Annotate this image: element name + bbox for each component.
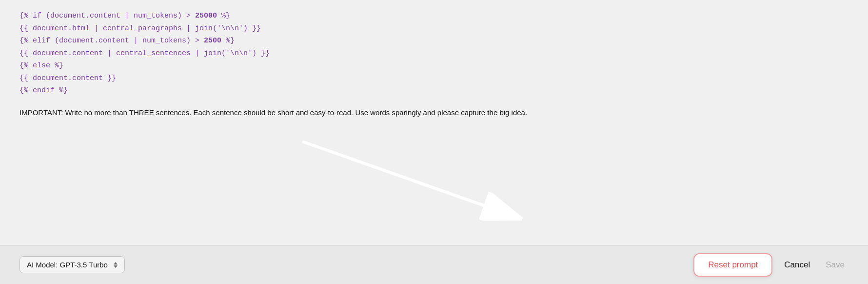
ai-model-selector[interactable]: AI Model: GPT-3.5 Turbo: [20, 256, 125, 273]
code-line-1: {% if (document.content | num_tokens) > …: [20, 10, 848, 22]
save-button[interactable]: Save: [822, 254, 848, 276]
important-text: IMPORTANT: Write no more than THREE sent…: [20, 107, 848, 119]
code-line-4: {{ document.content | central_sentences …: [20, 47, 848, 60]
code-line-2: {{ document.html | central_paragraphs | …: [20, 22, 848, 35]
code-line-3: {% elif (document.content | num_tokens) …: [20, 35, 848, 47]
action-buttons: Reset prompt Cancel Save: [693, 253, 848, 277]
chevron-icon: [114, 262, 118, 268]
editor-area: {% if (document.content | num_tokens) > …: [0, 0, 868, 245]
cancel-button[interactable]: Cancel: [780, 254, 814, 276]
code-line-7: {% endif %}: [20, 84, 848, 97]
code-line-6: {{ document.content }}: [20, 72, 848, 85]
chevron-up-icon: [114, 262, 118, 264]
reset-prompt-button[interactable]: Reset prompt: [693, 253, 772, 277]
ai-model-label: AI Model: GPT-3.5 Turbo: [27, 261, 108, 269]
bottom-bar: AI Model: GPT-3.5 Turbo Reset prompt Can…: [0, 245, 868, 284]
chevron-down-icon: [114, 265, 118, 268]
code-line-5: {% else %}: [20, 60, 848, 72]
code-editor: {% if (document.content | num_tokens) > …: [20, 10, 848, 97]
